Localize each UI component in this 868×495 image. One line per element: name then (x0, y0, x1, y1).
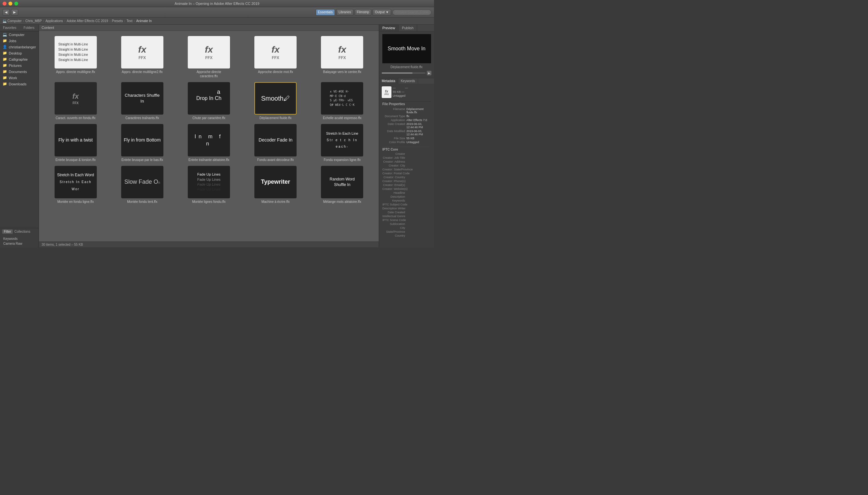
tab-preview[interactable]: Preview (379, 25, 398, 31)
keyword-item-keywords[interactable]: Keywords (2, 236, 37, 241)
file-name-12: Entrée brusque par le bas.ffx (121, 158, 163, 162)
sidebar-item-work[interactable]: 📁 Work (0, 75, 39, 81)
file-item-14[interactable]: Decoder Fade In Fondu avant décodeur.ffx (244, 124, 307, 162)
drop-text: Drop In Ch (196, 96, 221, 101)
tab-metadata[interactable]: Metadata (379, 78, 398, 84)
tab-publish[interactable]: Publish (398, 25, 417, 31)
file-item-20[interactable]: Random Word Shuffle In Mélange mots aléa… (311, 166, 374, 204)
text-content-20: Random Word Shuffle In (322, 175, 362, 190)
file-item-18[interactable]: Fade Up Lines Fade Up Lines Fade Up Line… (177, 166, 240, 204)
minimize-button[interactable] (9, 2, 12, 5)
breadcrumb-text[interactable]: Text (126, 19, 132, 23)
metadata-section: Metadata Keywords fx FFX — — 55 KB — (379, 78, 434, 248)
file-item-16[interactable]: Stretch In Each WordStretch In Each Wor … (44, 166, 107, 204)
filmstrip-button[interactable]: Filmstrip (355, 9, 372, 16)
file-item-7[interactable]: Characters Shuffle In Caractères traînan… (111, 82, 174, 120)
file-name-1: Appro. directe multiligne.ffx (56, 70, 95, 74)
fp-value-doctype: ffx (406, 115, 409, 118)
iptc-description: Description (382, 195, 431, 199)
sidebar-item-documents[interactable]: 📁 Documents (0, 68, 39, 75)
line-1: Straight in Multi-Line (59, 42, 93, 47)
file-item-12[interactable]: Fly in from Bottom Entrée brusque par le… (111, 124, 174, 162)
file-item-17[interactable]: Slow Fade On Montée fondu lent.ffx (111, 166, 174, 204)
espresso-text: x VE·#OE H·MP·E CN·dS yE·TRh· vESQ# WEd·… (330, 90, 355, 107)
back-button[interactable]: ◀ (3, 9, 10, 16)
status-bar: 30 items, 1 selected – 55 KB (39, 241, 379, 248)
file-item-15[interactable]: Stretch In Each LineStr e t c h In each-… (311, 124, 374, 162)
text-content-19: Typewriter (259, 176, 292, 188)
iptc-state: Creator: State/Province (382, 168, 431, 171)
file-item-5[interactable]: fx FFX Balayage vers le centre.ffx (311, 36, 374, 78)
iptc-label-subject: IPTC Subject Code (382, 203, 407, 206)
preview-thumbnail: Smooth Move In (382, 34, 431, 63)
preview-slider-row: ▶ (382, 71, 431, 75)
file-item-8[interactable]: a Drop In Ch Chute par caractère.ffx (177, 82, 240, 120)
iptc-keywords: Keywords (382, 199, 431, 203)
ffx-label-4: FFX (272, 55, 279, 60)
breadcrumb: 💻 Computer › Chris_MBP › Applications › … (0, 18, 434, 25)
content-area[interactable]: Content Straight in Multi-Line Straight … (39, 25, 379, 248)
file-item-6[interactable]: fx FFX Caract. ouverts en fondu.ffx (44, 82, 107, 120)
breadcrumb-presets[interactable]: Presets (112, 19, 123, 23)
file-name-15: Fondu expansion ligne.ffx (324, 158, 361, 162)
filter-button[interactable]: Filter (2, 229, 13, 234)
file-item-11[interactable]: Fly in with a twist Entrée brusque & tor… (44, 124, 107, 162)
meta-size: 55 KB (393, 90, 401, 93)
iptc-label-state: Creator: State/Province (382, 168, 413, 171)
essentials-button[interactable]: Essentials (316, 9, 335, 16)
breadcrumb-applications[interactable]: Applications (46, 19, 63, 23)
file-item-1[interactable]: Straight in Multi-Line Straight in Multi… (44, 36, 107, 78)
fly-twist-text: Fly in with a twist (59, 137, 93, 143)
sidebar-item-pictures[interactable]: 📁 Pictures (0, 62, 39, 68)
iptc-label-descwriter: Description Writer (382, 207, 405, 210)
folders-tab[interactable]: Folders (19, 25, 39, 31)
filter-bar: Filter Collections (0, 228, 39, 235)
file-item-19[interactable]: Typewriter Machine à écrire.ffx (244, 166, 307, 204)
sidebar-item-downloads[interactable]: 📁 Downloads (0, 81, 39, 87)
file-item-3[interactable]: fx FFX Approche directe caractère.ffx (177, 36, 240, 78)
tab-keywords[interactable]: Keywords (398, 78, 418, 84)
file-item-2[interactable]: fx FFX Appro. directe multiligne2.ffx (111, 36, 174, 78)
file-item-10[interactable]: x VE·#OE H·MP·E CN·dS yE·TRh· vESQ# WEd·… (311, 82, 374, 120)
iptc-postal: Creator: Postal Code (382, 171, 431, 175)
sidebar-label-dl: Downloads (9, 82, 26, 86)
libraries-button[interactable]: Libraries (336, 9, 353, 16)
breadcrumb-chris[interactable]: Chris_MBP (25, 19, 42, 23)
breadcrumb-animate-in[interactable]: Animate In (136, 19, 152, 23)
file-thumb-7: Characters Shuffle In (121, 82, 163, 115)
text-content-18: Fade Up Lines Fade Up Lines Fade Up Line… (195, 170, 223, 194)
favorites-tab[interactable]: Favorites (0, 25, 19, 31)
file-thumb-8: a Drop In Ch (188, 82, 230, 115)
close-button[interactable] (3, 2, 6, 5)
random-shuffle-text: Random Word Shuffle In (324, 176, 361, 188)
file-name-13: Entrée traînante aléatoire.ffx (189, 158, 229, 162)
sidebar-item-calligraphie[interactable]: 📁 Calligraphie (0, 56, 39, 62)
iptc-label-email: Creator: Email(s) (382, 183, 405, 187)
keyword-item-camera-raw[interactable]: Camera Raw (2, 241, 37, 246)
breadcrumb-ae[interactable]: Adobe After Effects CC 2019 (67, 19, 108, 23)
output-button[interactable]: Output ▼ (373, 9, 391, 16)
iptc-label-city2: City (382, 226, 405, 229)
folder-icon-pics: 📁 (3, 63, 7, 68)
forward-button[interactable]: ▶ (11, 9, 18, 16)
typewriter-text: Typewriter (261, 178, 290, 186)
iptc-label-datecreated: Date Created (382, 211, 405, 214)
fx-text-5: fx (338, 45, 346, 55)
iptc-label-jobtitle: Creator: Job Title (382, 156, 405, 159)
fullscreen-button[interactable] (14, 2, 18, 5)
iptc-desc-writer: Description Writer (382, 206, 431, 210)
sidebar-item-computer[interactable]: 💻 Computer (0, 32, 39, 38)
file-item-13[interactable]: In m f n Entrée traînante aléatoire.ffx (177, 124, 240, 162)
sidebar-item-user[interactable]: 👤 christianbelanger (0, 44, 39, 50)
preview-slider[interactable] (382, 72, 426, 74)
file-name-2: Appro. directe multiligne2.ffx (122, 70, 163, 74)
search-input[interactable] (392, 10, 431, 15)
file-thumb-15: Stretch In Each LineStr e t c h In each- (321, 124, 363, 156)
line-3: Straight in Multi-Line (59, 52, 93, 57)
file-item-9[interactable]: Smooth🖊 Déplacement fluide.ffx (244, 82, 307, 120)
sidebar-item-desktop[interactable]: 📁 Desktop (0, 50, 39, 56)
preview-play-button[interactable]: ▶ (427, 71, 431, 75)
sidebar-item-jobs[interactable]: 📁 Jobs (0, 38, 39, 44)
breadcrumb-computer[interactable]: 💻 Computer (3, 19, 22, 23)
file-item-4[interactable]: fx FFX Approche directe mot.ffx (244, 36, 307, 78)
